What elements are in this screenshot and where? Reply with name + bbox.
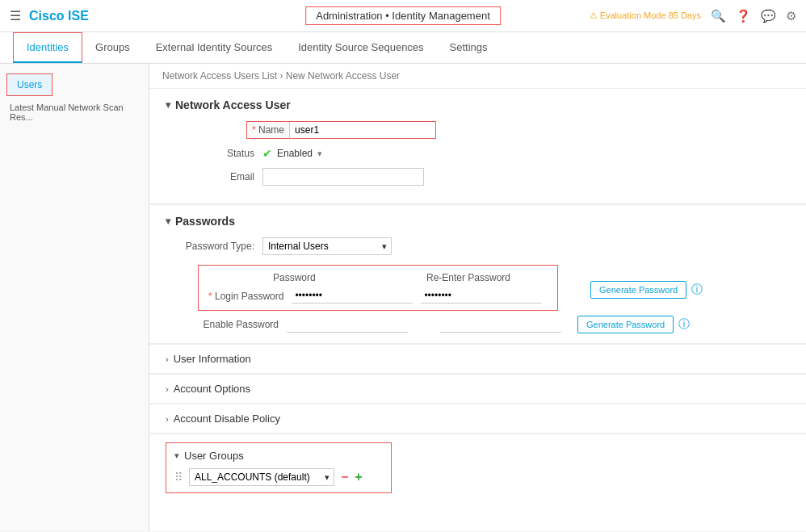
account-options-section: › Account Options [149, 375, 806, 404]
generate-enable-password-wrap: Generate Password ⓘ [577, 316, 690, 333]
brand-logo: Cisco ISE [29, 9, 89, 23]
enable-password-label: Enable Password [198, 319, 279, 330]
enable-password-info-icon[interactable]: ⓘ [678, 317, 690, 332]
tab-identities[interactable]: Identities [13, 32, 82, 63]
login-password-input[interactable] [292, 288, 413, 304]
chevron-down-icon-user-groups: ▾ [174, 450, 179, 461]
tab-settings[interactable]: Settings [437, 33, 501, 63]
tab-external-identity-sources[interactable]: External Identity Sources [143, 33, 286, 63]
password-type-label: Password Type: [166, 241, 262, 252]
status-row: Status ✔ Enabled ▾ [166, 147, 790, 160]
password-grid-container: Password Re-Enter Password * Login Passw… [166, 265, 574, 311]
user-groups-box: ▾ User Groups ⠿ ALL_ACCOUNTS (default) −… [166, 442, 392, 493]
user-information-section: › User Information [149, 345, 806, 374]
password-col-header: Password [273, 272, 394, 283]
chevron-down-icon-passwords: ▾ [166, 216, 170, 227]
user-group-select[interactable]: ALL_ACCOUNTS (default) [189, 468, 334, 486]
chevron-right-icon-account-options: › [166, 384, 169, 394]
status-label: Status [166, 148, 262, 159]
chevron-down-icon: ▾ [166, 99, 170, 111]
name-field-wrap: * Name [246, 121, 436, 139]
email-label: Email [166, 171, 262, 182]
user-groups-row: ⠿ ALL_ACCOUNTS (default) − + [174, 468, 383, 486]
section-title-network-access-user: Network Access User [175, 98, 291, 111]
user-groups-header[interactable]: ▾ User Groups [174, 450, 383, 462]
login-password-label: * Login Password [208, 291, 283, 302]
account-disable-header[interactable]: › Account Disable Policy [166, 413, 790, 425]
page-title: Administration • Identity Management [305, 6, 501, 25]
sidebar-item-scan[interactable]: Latest Manual Network Scan Res... [0, 99, 149, 125]
status-wrap: ✔ Enabled ▾ [262, 147, 322, 160]
name-label: * Name [247, 122, 290, 138]
status-checkbox-icon[interactable]: ✔ [262, 147, 272, 160]
chevron-right-icon-user-info: › [166, 354, 169, 364]
add-group-button[interactable]: + [355, 470, 362, 484]
enable-password-reenter-input[interactable] [440, 317, 561, 333]
enable-password-row: Enable Password Generate Password ⓘ [198, 316, 790, 333]
breadcrumb-link[interactable]: Network Access Users List [162, 70, 277, 82]
settings-icon[interactable]: ⚙ [786, 9, 796, 23]
breadcrumb: Network Access Users List › New Network … [149, 64, 806, 89]
generate-login-password-button[interactable]: Generate Password [590, 281, 686, 299]
main-content: Network Access Users List › New Network … [149, 64, 806, 531]
re-enter-col-header: Re-Enter Password [426, 272, 548, 283]
sidebar-item-users[interactable]: Users [6, 73, 52, 96]
password-grid: Password Re-Enter Password * Login Passw… [198, 265, 558, 311]
user-information-title: User Information [174, 353, 251, 365]
hamburger-icon[interactable]: ☰ [10, 8, 21, 23]
section-header-network-access-user[interactable]: ▾ Network Access User [166, 98, 790, 111]
email-input[interactable] [262, 168, 424, 186]
help-icon[interactable]: ❓ [736, 9, 751, 23]
user-groups-title: User Groups [184, 450, 244, 462]
login-password-reenter-input[interactable] [421, 288, 542, 304]
email-row: Email [166, 168, 790, 186]
generate-login-password-wrap: Generate Password ⓘ [590, 281, 703, 299]
account-disable-title: Account Disable Policy [174, 413, 280, 425]
tab-identity-source-sequences[interactable]: Identity Source Sequences [285, 33, 436, 63]
drag-handle-icon[interactable]: ⠿ [174, 471, 183, 484]
section-header-passwords[interactable]: ▾ Passwords [166, 215, 790, 228]
passwords-section: ▾ Passwords Password Type: Internal User… [149, 205, 806, 344]
status-chevron-icon[interactable]: ▾ [317, 149, 322, 159]
network-access-user-section: ▾ Network Access User * Name Status ✔ E [149, 89, 806, 204]
layout: Users Latest Manual Network Scan Res... … [0, 64, 806, 531]
login-password-row: * Login Password [208, 288, 548, 304]
breadcrumb-separator: › [279, 70, 285, 82]
search-icon[interactable]: 🔍 [711, 9, 726, 23]
password-grid-row: Password Re-Enter Password * Login Passw… [166, 265, 790, 311]
notifications-icon[interactable]: 💬 [761, 9, 776, 23]
name-row: * Name [166, 121, 790, 139]
sidebar: Users Latest Manual Network Scan Res... [0, 64, 149, 531]
password-type-row: Password Type: Internal Users External [166, 237, 790, 255]
account-disable-section: › Account Disable Policy [149, 404, 806, 434]
eval-warning: ⚠ Evaluation Mode 85 Days [590, 10, 701, 21]
account-options-header[interactable]: › Account Options [166, 383, 790, 395]
section-title-passwords: Passwords [175, 215, 235, 228]
password-type-select-wrap: Internal Users External [262, 237, 392, 255]
top-header: ☰ Cisco ISE Administration • Identity Ma… [0, 0, 806, 32]
tab-groups[interactable]: Groups [82, 33, 143, 63]
breadcrumb-current: New Network Access User [286, 70, 400, 82]
password-grid-header: Password Re-Enter Password [208, 272, 548, 283]
name-input[interactable] [290, 122, 435, 138]
user-information-header[interactable]: › User Information [166, 353, 790, 365]
chevron-right-icon-account-disable: › [166, 414, 169, 424]
password-type-select[interactable]: Internal Users External [262, 237, 392, 255]
enable-password-input[interactable] [287, 317, 408, 333]
login-password-info-icon[interactable]: ⓘ [691, 283, 703, 297]
header-right: ⚠ Evaluation Mode 85 Days 🔍 ❓ 💬 ⚙ [590, 9, 796, 23]
generate-enable-password-button[interactable]: Generate Password [577, 316, 674, 333]
user-groups-section: ▾ User Groups ⠿ ALL_ACCOUNTS (default) −… [149, 434, 806, 501]
remove-group-button[interactable]: − [341, 470, 348, 484]
account-options-title: Account Options [174, 383, 250, 395]
nav-tabs: Identities Groups External Identity Sour… [0, 32, 806, 64]
user-group-select-wrap: ALL_ACCOUNTS (default) [189, 468, 334, 486]
status-value: Enabled [277, 148, 313, 159]
